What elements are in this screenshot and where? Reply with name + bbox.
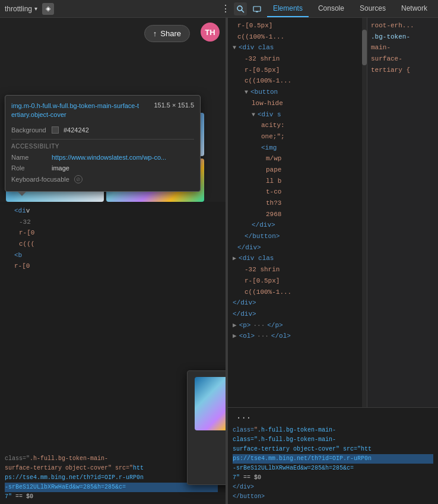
- source-line-1: class=".h-full.bg-token-main-: [5, 454, 218, 464]
- dt-line-5: r-[0.5px]: [233, 65, 357, 76]
- device-icon[interactable]: [250, 2, 264, 15]
- source-line-2: surface-tertiary object-cover" src="htt: [5, 464, 218, 473]
- tab-network[interactable]: Network: [395, 1, 433, 17]
- dt-line-3: ▼ <div clas: [233, 42, 357, 53]
- popup-size: 151.5 × 151.5: [154, 102, 194, 109]
- dt-line-25: c((100%-1...: [233, 287, 357, 298]
- color-swatch: [52, 126, 59, 134]
- lower-src-line-3: surface-tertiary object-cover" src="htt: [233, 445, 433, 454]
- dt-line-10: acity:: [233, 120, 357, 131]
- image-preview-thumbnail: [195, 377, 226, 430]
- dt-line-23: -32 shrin: [233, 264, 357, 275]
- dt-line-29: ▶ <ol> ··· </ol>: [233, 331, 357, 342]
- dt-line-11: one;";: [233, 131, 357, 142]
- dt-line-24: r-[0.5px]: [233, 275, 357, 287]
- inspector-popup: img.m-0.h-full.w-full.bg-token-main-surf…: [5, 95, 201, 192]
- devtools-code-area: r-[0.5px] c((100%-1... ▼ <div clas -32 s…: [228, 18, 362, 407]
- svg-line-1: [242, 10, 244, 12]
- code-line-1: <div: [5, 205, 221, 217]
- avatar: TH: [201, 23, 220, 42]
- right-panel: r-[0.5px] c((100%-1... ▼ <div clas -32 s…: [228, 18, 438, 504]
- expand-arrow-4[interactable]: ▶: [233, 253, 236, 264]
- dt-line-9: ▼ <div s: [233, 109, 357, 121]
- share-label: Share: [160, 29, 181, 38]
- dt-line-18: 2968: [233, 209, 357, 220]
- left-panel: ↑ Share TH img.m-0.h-full.w-full.bg-toke…: [0, 18, 226, 504]
- main-layout: ↑ Share TH img.m-0.h-full.w-full.bg-toke…: [0, 18, 438, 504]
- devtools-tabs: ⋮ Elements Console Sources Network: [221, 1, 433, 17]
- dt-line-21: </div>: [233, 242, 357, 253]
- popup-name-value: https://www.windowslatest.com/wp-co...: [52, 154, 166, 161]
- popup-role-row: Role image: [11, 163, 194, 173]
- svg-rect-3: [256, 11, 258, 12]
- dt-line-17: th?3: [233, 198, 357, 209]
- dt-line-26: </div>: [233, 297, 357, 309]
- scrollbar-thumb[interactable]: [362, 30, 367, 65]
- inspector-icon[interactable]: [234, 2, 247, 15]
- lower-src-line-7: </div>: [233, 483, 433, 492]
- sidebar-line-4: surface-: [371, 53, 434, 65]
- tab-console[interactable]: Console: [312, 1, 350, 17]
- code-line-5: <b: [5, 250, 221, 261]
- lower-src-line-8: </button>: [233, 492, 433, 502]
- source-line-3: ps://tse4.mm.bing.net/th?id=OIP.r-uRP0n: [5, 473, 218, 483]
- preview-area: ↑ Share TH img.m-0.h-full.w-full.bg-toke…: [0, 18, 226, 202]
- popup-background-color: #424242: [64, 126, 89, 134]
- tab-sources[interactable]: Sources: [354, 1, 392, 17]
- lower-src-line-2: class=".h-full.bg-token-main-: [233, 435, 433, 445]
- source-line-5: 7" == $0: [5, 492, 218, 502]
- code-line-2: -32: [5, 217, 221, 228]
- left-code-panel: <div -32 r-[0 c((( <b r-[0: [0, 202, 226, 297]
- image-info-popup: Rendered size: 152 × 152 px Rendered asp…: [187, 370, 226, 485]
- no-keyboard-icon: ⊘: [74, 175, 82, 183]
- dt-line-22: ▶ <div clas: [233, 253, 357, 264]
- popup-keyboard-row: Keyboard-focusable ⊘: [11, 173, 194, 185]
- throttle-section: throttling ▾: [5, 5, 37, 13]
- sidebar-line-5: tertiary {: [371, 65, 434, 76]
- popup-element-title: img.m-0.h-full.w-full.bg-token-main-surf…: [11, 102, 142, 120]
- code-line-6: r-[0: [5, 261, 221, 272]
- lower-source-area: ··· class=".h-full.bg-token-main- class=…: [228, 407, 438, 504]
- dt-line-6: c((100%-1...: [233, 75, 357, 87]
- popup-name-label: Name: [11, 154, 47, 161]
- code-line-4: c(((: [5, 239, 221, 250]
- source-line-4: -srBeS12ULlbXRwHaEd&w=285&h=285&c=: [5, 483, 218, 492]
- svg-point-0: [237, 6, 242, 11]
- expand-arrow-1[interactable]: ▼: [233, 43, 236, 53]
- dt-line-20: </button>: [233, 231, 357, 242]
- popup-divider: [11, 139, 194, 140]
- lower-src-line-5: -srBeS12ULlbXRwHaEd&w=285&h=285&c=: [233, 464, 433, 473]
- sidebar-line-3: main-: [371, 42, 434, 53]
- sidebar-line-1: root-erh...: [371, 20, 434, 31]
- code-line-3: r-[0: [5, 227, 221, 239]
- dt-line-16: t-co: [233, 186, 357, 198]
- popup-role-value: image: [52, 164, 69, 172]
- dt-line-27: </div>: [233, 309, 357, 320]
- share-button[interactable]: ↑ Share: [144, 25, 190, 42]
- dt-line-4: -32 shrin: [233, 53, 357, 65]
- tab-elements[interactable]: Elements: [267, 1, 309, 17]
- expand-arrow-3[interactable]: ▼: [252, 110, 255, 120]
- dots-menu[interactable]: ···: [233, 410, 255, 426]
- popup-background-label: Background: [11, 126, 47, 134]
- popup-keyboard-label: Keyboard-focusable: [11, 176, 69, 183]
- dt-line-19: </div>: [233, 220, 357, 231]
- dt-line-2: c((100%-1...: [233, 31, 357, 43]
- popup-accessibility-title: ACCESSIBILITY: [11, 143, 194, 150]
- dt-line-28: ▶ <p> ··· </p>: [233, 320, 357, 331]
- dt-line-8: low-hide: [233, 98, 357, 109]
- lower-source-header: ···: [233, 410, 433, 426]
- logo-icon: ◈: [42, 3, 54, 15]
- kebab-menu-icon[interactable]: ⋮: [221, 3, 230, 14]
- throttle-label[interactable]: throttling: [5, 5, 32, 13]
- dt-line-15: ll b: [233, 176, 357, 187]
- lower-src-line-4: ps://tse4.mm.bing.net/th?id=OIP.r-uRP0n: [233, 454, 433, 464]
- expand-arrow-2[interactable]: ▼: [245, 87, 248, 97]
- popup-name-row: Name https://www.windowslatest.com/wp-co…: [11, 152, 194, 163]
- dt-line-1: r-[0.5px]: [233, 20, 357, 31]
- dt-line-13: m/wp: [233, 153, 357, 164]
- lower-src-line-6: 7" == $0: [233, 473, 433, 483]
- dt-line-14: pape: [233, 164, 357, 176]
- popup-role-label: Role: [11, 164, 47, 172]
- sidebar-line-2: .bg-token-: [371, 31, 434, 43]
